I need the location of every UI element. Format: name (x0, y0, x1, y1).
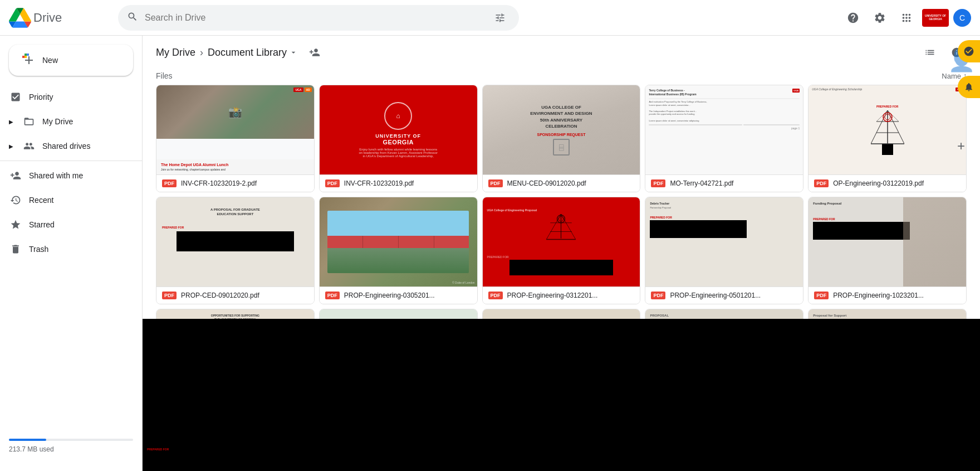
file-preview: Debris Tracker Partnership Proposal PREP… (645, 197, 803, 287)
file-card[interactable]: Debris Tracker Partnership Proposal PREP… (645, 197, 803, 304)
file-preview: Funding Proposal PREPARED FOR (808, 197, 966, 287)
pdf-badge: PDF (162, 179, 177, 187)
file-footer: PDF MO-Terry-042721.pdf (645, 174, 803, 192)
search-bar[interactable] (118, 5, 519, 31)
sidebar-item-shared-with-me[interactable]: Shared with me (0, 163, 133, 188)
storage-bar-bg (9, 439, 133, 441)
new-button[interactable]: New (9, 45, 133, 76)
file-name: PROP-Engineering-0305201... (344, 292, 472, 299)
sidebar-item-trash[interactable]: Trash (0, 237, 133, 261)
pdf-badge: PDF (814, 179, 829, 187)
main-area: New Priority ▶ My Drive ▶ (0, 36, 980, 471)
logo-area: Drive (9, 7, 109, 29)
breadcrumb-dropdown-icon (289, 48, 298, 57)
file-card[interactable]: Funding Proposal PREPARED FOR PDF PROP-E… (808, 197, 967, 304)
search-icon (127, 11, 138, 24)
file-card[interactable]: Terry College of Business -International… (645, 85, 803, 192)
notification-icon (964, 82, 974, 92)
file-name: INV-CFR-10232019-2.pdf (181, 179, 308, 187)
svg-rect-2 (882, 144, 893, 155)
help-button[interactable] (842, 7, 864, 29)
file-card[interactable]: UGA College of Engineering Scholarship G… (808, 85, 967, 192)
shared-drives-icon (22, 139, 36, 153)
notification-panel-button[interactable] (958, 76, 980, 98)
svg-line-9 (876, 110, 888, 122)
file-preview: Terry College of Business -International… (645, 85, 803, 174)
files-section: Files Name ↑ (143, 62, 980, 403)
top-bar-actions: UNIVERSITY OFGEORGIA C (842, 7, 971, 29)
files-grid: 📸 UGA HD The Home Depot UGA Alumni Lunch (156, 85, 967, 403)
file-preview: 📸 UGA HD The Home Depot UGA Alumni Lunch (156, 85, 314, 174)
app-container: Drive UNIVERSITY OFGEORGIA C (0, 0, 980, 471)
sidebar-item-my-drive[interactable]: ▶ My Drive (0, 109, 133, 134)
breadcrumb: My Drive › Document Library (156, 42, 325, 62)
trash-icon (9, 242, 22, 256)
sidebar-item-trash-label: Trash (29, 245, 48, 254)
shared-with-me-icon (9, 169, 22, 182)
sidebar-item-recent[interactable]: Recent (0, 188, 133, 212)
storage-used-label: 213.7 MB used (9, 445, 133, 453)
storage-section: 213.7 MB used (0, 430, 142, 467)
sidebar-item-starred[interactable]: Starred (0, 212, 133, 237)
file-name: INV-CFR-10232019.pdf (344, 179, 472, 187)
file-preview: © Duke of London (320, 197, 477, 287)
breadcrumb-root[interactable]: My Drive (156, 47, 195, 59)
share-folder-button[interactable] (305, 42, 325, 62)
file-preview: UGA COLLEGE OFENVIRONMENT AND DESIGN50th… (483, 85, 640, 174)
pdf-badge: PDF (325, 292, 340, 299)
new-button-label: New (42, 56, 58, 65)
file-card[interactable]: UGA College of Engineering Proposal (482, 197, 641, 304)
sidebar-item-shared-with-me-label: Shared with me (29, 171, 83, 180)
files-label: Files (156, 71, 173, 80)
pdf-badge: PDF (651, 179, 665, 187)
list-view-button[interactable] (920, 42, 940, 62)
file-preview: 📄 (320, 309, 477, 376)
file-footer: PDF PROP-Engineering-1023201... (808, 287, 966, 304)
avatar[interactable]: C (953, 9, 971, 27)
breadcrumb-current[interactable]: Document Library (208, 47, 298, 59)
file-footer: PDF OP-Engineering-03122019.pdf (808, 174, 966, 192)
sidebar-item-starred-label: Starred (29, 220, 55, 229)
search-tune-button[interactable] (491, 7, 510, 29)
file-card[interactable]: ⌂ UNIVERSITY OF GEORGIA Enjoy lunch with… (319, 85, 478, 192)
plus-icon (22, 54, 36, 67)
file-footer: PDF PROP-Engineering-0312201... (483, 287, 640, 304)
sidebar-item-shared-drives[interactable]: ▶ Shared drives (0, 134, 133, 158)
file-preview: ⌂ UNIVERSITY OF GEORGIA Enjoy lunch with… (320, 85, 477, 174)
file-footer: PDF INV-CFR-10232019-2.pdf (156, 174, 314, 192)
file-card[interactable]: 📸 UGA HD The Home Depot UGA Alumni Lunch (156, 85, 315, 192)
sidebar-separator (0, 161, 142, 161)
file-name: MENU-CED-09012020.pdf (507, 179, 635, 187)
pdf-badge: PDF (488, 292, 503, 299)
file-preview: UGA College of Engineering Scholarship G… (808, 85, 966, 174)
file-card[interactable]: A PROPOSAL FOR GRADUATEEDUCATION SUPPORT… (156, 197, 315, 304)
file-name: OP-Engineering-03122019.pdf (833, 179, 961, 187)
file-card[interactable]: 📄 PDF — (319, 309, 478, 394)
sidebar: New Priority ▶ My Drive ▶ (0, 36, 143, 471)
file-card[interactable]: © Duke of London PDF PROP-Engineering-03… (319, 197, 478, 304)
priority-icon (9, 90, 22, 104)
pdf-badge: PDF (651, 292, 665, 299)
shared-drives-expand-icon: ▶ (9, 143, 13, 149)
file-name: PROP-CED-09012020.pdf (181, 292, 308, 299)
files-header: Files Name ↑ (156, 67, 967, 85)
sidebar-item-recent-label: Recent (29, 196, 53, 205)
add-button[interactable]: + (951, 136, 971, 156)
file-name: PROP-Engineering-0501201... (670, 292, 797, 299)
file-name: MO-Terry-042721.pdf (670, 179, 797, 187)
sidebar-item-priority[interactable]: Priority (0, 85, 133, 109)
file-card[interactable]: UGA COLLEGE OFENVIRONMENT AND DESIGN50th… (482, 85, 641, 192)
sidebar-nav: Priority ▶ My Drive ▶ Shared drives (0, 85, 142, 261)
file-preview: A PROPOSAL FOR GRADUATEEDUCATION SUPPORT… (156, 197, 314, 287)
apps-button[interactable] (895, 7, 918, 29)
my-drive-icon (22, 115, 36, 128)
my-drive-expand-icon: ▶ (9, 119, 13, 125)
search-input[interactable] (145, 13, 484, 23)
file-footer: PDF PROP-Engineering-0305201... (320, 287, 477, 304)
uga-logo: UNIVERSITY OFGEORGIA (922, 9, 949, 27)
content-wrapper: My Drive › Document Library (143, 36, 980, 471)
settings-button[interactable] (869, 7, 891, 29)
right-panel-button[interactable] (958, 40, 980, 62)
content-area: My Drive › Document Library (143, 36, 980, 471)
pdf-badge: PDF (814, 292, 829, 299)
